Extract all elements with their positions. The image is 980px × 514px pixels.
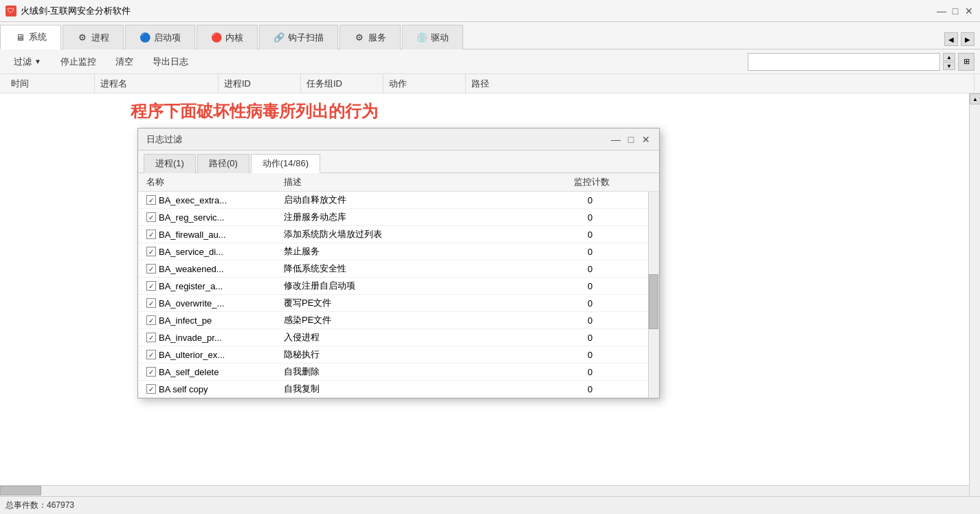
scroll-track[interactable] — [970, 104, 980, 503]
dialog-table-row[interactable]: BA_invade_pr... 入侵进程 0 — [138, 329, 659, 346]
main-scrollbar-horizontal[interactable] — [0, 485, 969, 496]
dialog-cell-desc: 感染PE文件 — [281, 314, 585, 326]
col-header-task-id: 任务组ID — [301, 74, 383, 93]
search-input[interactable] — [748, 53, 940, 71]
dialog-cell-count: 0 — [585, 315, 654, 326]
dialog-cell-count: 0 — [585, 298, 654, 309]
system-icon: 🖥 — [14, 32, 25, 43]
nav-next-button[interactable]: ▶ — [961, 32, 975, 46]
row-desc: 禁止服务 — [284, 246, 320, 256]
col-header-time: 时间 — [5, 74, 95, 93]
dialog-close-button[interactable]: ✕ — [641, 135, 651, 144]
toolbar: 过滤 ▼ 停止监控 清空 导出日志 🔍 ▲ ▼ ⊞ — [0, 49, 980, 74]
dialog-cell-desc: 注册服务动态库 — [281, 211, 585, 223]
row-desc: 自我复制 — [284, 383, 320, 394]
stop-monitor-button[interactable]: 停止监控 — [52, 52, 104, 71]
dialog-table-row[interactable]: BA_exec_extra... 启动自释放文件 0 — [138, 192, 659, 209]
scroll-up-button[interactable]: ▲ — [970, 93, 980, 104]
dialog-tab-process[interactable]: 进程(1) — [144, 154, 196, 173]
dialog-minimize-button[interactable]: — — [611, 135, 621, 144]
nav-prev-button[interactable]: ◀ — [944, 32, 958, 46]
sort-down-button[interactable]: ▼ — [943, 62, 955, 70]
dialog-cell-count: 0 — [585, 367, 654, 377]
row-checkbox[interactable] — [146, 298, 156, 308]
toolbar-search: 🔍 ▲ ▼ ⊞ — [748, 53, 975, 71]
row-checkbox[interactable] — [146, 212, 156, 222]
dialog-table-row[interactable]: BA_weakened... 降低系统安全性 0 — [138, 260, 659, 278]
row-desc: 覆写PE文件 — [284, 298, 331, 308]
row-checkbox[interactable] — [146, 367, 156, 377]
row-name: BA_register_a... — [159, 281, 223, 291]
row-desc: 注册服务动态库 — [284, 212, 346, 222]
dialog-cell-name: BA_self_delete — [144, 367, 281, 377]
minimize-button[interactable]: — — [936, 6, 947, 16]
col-desc-header: 描述 — [281, 176, 571, 188]
annotation-text: 程序下面破坏性病毒所列出的行为 — [131, 100, 378, 122]
tab-system-label: 系统 — [29, 31, 47, 43]
dialog-cell-name: BA self copy — [144, 384, 281, 394]
dialog-table-row[interactable]: BA_infect_pe 感染PE文件 0 — [138, 312, 659, 329]
grid-view-button[interactable]: ⊞ — [958, 53, 975, 71]
dialog-cell-count: 0 — [585, 212, 654, 223]
dialog-table-row[interactable]: BA_reg_servic... 注册服务动态库 0 — [138, 209, 659, 226]
dialog-table-row[interactable]: BA_service_di... 禁止服务 0 — [138, 243, 659, 260]
col-count-header: 监控计数 — [571, 176, 640, 188]
tab-kernel[interactable]: 🔴 内核 — [197, 25, 258, 49]
dialog-cell-name: BA_exec_extra... — [144, 195, 281, 205]
row-checkbox[interactable] — [146, 195, 156, 205]
dialog-maximize-button[interactable]: □ — [626, 135, 636, 144]
dialog-scroll-thumb — [649, 274, 658, 329]
row-name: BA_infect_pe — [159, 315, 212, 326]
dialog-cell-desc: 添加系统防火墙放过列表 — [281, 228, 585, 241]
tab-kernel-label: 内核 — [225, 32, 243, 44]
main-scrollbar-vertical[interactable]: ▲ ▼ — [969, 93, 980, 514]
dialog-cell-count: 0 — [585, 264, 654, 274]
row-checkbox[interactable] — [146, 281, 156, 291]
dialog-cell-desc: 禁止服务 — [281, 245, 585, 258]
tab-startup[interactable]: 🔵 启动项 — [125, 25, 195, 49]
row-checkbox[interactable] — [146, 247, 156, 256]
filter-label: 过滤 — [14, 56, 32, 68]
kernel-icon: 🔴 — [211, 32, 222, 43]
clear-button[interactable]: 清空 — [107, 52, 142, 71]
maximize-button[interactable]: □ — [950, 6, 961, 16]
col-header-path: 路径 — [466, 74, 975, 93]
dialog-table-row[interactable]: BA_self_delete 自我删除 0 — [138, 364, 659, 381]
row-name: BA_service_di... — [159, 247, 223, 257]
tab-service[interactable]: ⚙ 服务 — [339, 25, 401, 49]
row-checkbox[interactable] — [146, 230, 156, 239]
tab-hook[interactable]: 🔗 钩子扫描 — [259, 25, 338, 49]
dialog-table-row[interactable]: BA self copy 自我复制 0 — [138, 381, 659, 398]
dialog-table-row[interactable]: BA_register_a... 修改注册自启动项 0 — [138, 278, 659, 295]
status-bar: 总事件数：467973 — [0, 496, 980, 514]
tab-process[interactable]: ⚙ 进程 — [63, 25, 124, 49]
row-checkbox[interactable] — [146, 384, 156, 394]
log-filter-dialog: 日志过滤 — □ ✕ 进程(1) 路径(0) 动作(14/86) — [137, 128, 660, 399]
col-name-header: 名称 — [144, 176, 281, 188]
dialog-tab-path[interactable]: 路径(0) — [197, 154, 249, 173]
row-count: 0 — [588, 195, 592, 205]
sort-up-button[interactable]: ▲ — [943, 53, 955, 61]
row-checkbox[interactable] — [146, 264, 156, 273]
tab-system[interactable]: 🖥 系统 — [0, 25, 61, 49]
dialog-table-body: BA_exec_extra... 启动自释放文件 0 BA_reg_servic… — [138, 192, 659, 398]
export-log-button[interactable]: 导出日志 — [144, 52, 197, 71]
row-checkbox[interactable] — [146, 333, 156, 342]
close-button[interactable]: ✕ — [964, 6, 975, 16]
tab-driver[interactable]: 💿 驱动 — [402, 25, 463, 49]
row-name: BA_exec_extra... — [159, 195, 227, 205]
row-desc: 入侵进程 — [284, 332, 320, 342]
content-area: 程序下面破坏性病毒所列出的行为 ▲ ▼ 总事件数：467973 日志过滤 — □… — [0, 93, 980, 514]
dialog-table-row[interactable]: BA_overwrite_... 覆写PE文件 0 — [138, 295, 659, 312]
startup-icon: 🔵 — [140, 32, 151, 43]
row-checkbox[interactable] — [146, 350, 156, 359]
dialog-tab-action[interactable]: 动作(14/86) — [251, 154, 320, 173]
dialog-cell-name: BA_service_di... — [144, 247, 281, 257]
dialog-table-row[interactable]: BA_firewall_au... 添加系统防火墙放过列表 0 — [138, 226, 659, 243]
dialog-table-row[interactable]: BA_ulterior_ex... 隐秘执行 0 — [138, 346, 659, 364]
dialog-controls: — □ ✕ — [611, 135, 651, 144]
dialog-cell-name: BA_register_a... — [144, 281, 281, 291]
filter-button[interactable]: 过滤 ▼ — [5, 52, 49, 71]
dialog-scrollbar[interactable] — [648, 192, 659, 398]
row-checkbox[interactable] — [146, 315, 156, 325]
